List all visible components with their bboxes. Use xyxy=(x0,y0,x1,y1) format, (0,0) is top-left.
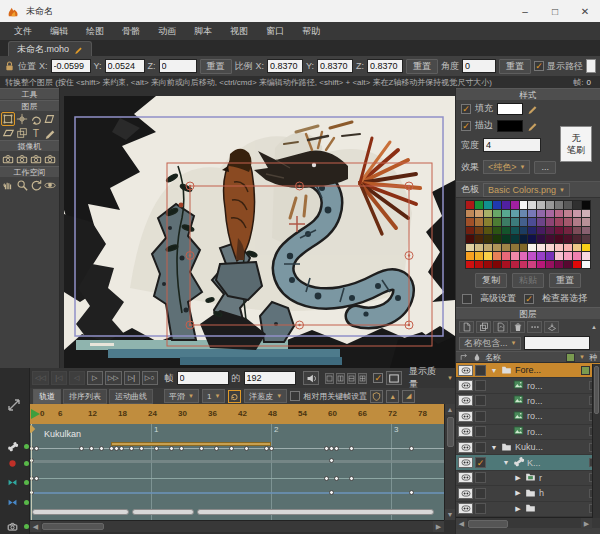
keyframe-dot[interactable] xyxy=(169,446,174,451)
layer-select-checkbox[interactable] xyxy=(475,442,486,453)
minimize-button[interactable]: – xyxy=(510,0,540,22)
layer-visibility-eye-icon[interactable] xyxy=(458,472,473,483)
palette-swatch-r8c2[interactable] xyxy=(475,261,483,269)
keyframe-dot[interactable] xyxy=(34,446,39,451)
rotate-layer-tool[interactable] xyxy=(29,112,43,126)
layer-expand-caret[interactable]: ▼ xyxy=(502,459,510,466)
layer-select-checkbox[interactable] xyxy=(475,395,486,406)
chevron-down-icon[interactable]: ▼ xyxy=(447,375,453,381)
playhead-triangle-icon[interactable] xyxy=(31,409,40,419)
playhead-diamond[interactable] xyxy=(30,425,35,433)
palette-swatch-r6c3[interactable] xyxy=(484,244,492,252)
relative-keyframes-checkbox[interactable] xyxy=(290,391,300,401)
duplicate-layer-tool[interactable] xyxy=(15,126,29,140)
keyframe-dot[interactable] xyxy=(229,446,234,451)
clipped-timeline-button[interactable]: ◢ xyxy=(402,390,415,403)
menu-item-8[interactable]: 窗口 xyxy=(258,23,292,40)
menu-item-7[interactable]: 视图 xyxy=(222,23,256,40)
palette-swatch-r5c2[interactable] xyxy=(475,235,483,243)
layer-row-8[interactable]: ▶r xyxy=(456,471,600,486)
layers-v-scrollbar[interactable] xyxy=(592,364,600,518)
palette-swatch-r7c12[interactable] xyxy=(564,252,572,260)
duplicate-layer-button[interactable] xyxy=(476,321,491,333)
palette-swatch-r4c1[interactable] xyxy=(466,227,474,235)
palette-swatch-r4c6[interactable] xyxy=(511,227,519,235)
sort-arrow-icon[interactable] xyxy=(459,352,469,362)
palette-swatch-r7c10[interactable] xyxy=(546,252,554,260)
menu-item-5[interactable]: 动画 xyxy=(150,23,184,40)
rotate-workspace-tool[interactable] xyxy=(29,178,43,192)
palette-swatch-r1c5[interactable] xyxy=(502,201,510,209)
keyframe-dot[interactable] xyxy=(264,446,269,451)
pan-workspace-tool[interactable] xyxy=(1,178,15,192)
layers-h-scrollbar[interactable]: ◀ ▶ xyxy=(456,517,600,528)
palette-swatch-r2c14[interactable] xyxy=(582,210,590,218)
palette-swatch-r3c4[interactable] xyxy=(493,218,501,226)
palette-swatch-r4c2[interactable] xyxy=(475,227,483,235)
palette-swatch-r1c2[interactable] xyxy=(475,201,483,209)
palette-swatch-r5c12[interactable] xyxy=(564,235,572,243)
palette-swatch-r2c2[interactable] xyxy=(475,210,483,218)
palette-swatch-r1c10[interactable] xyxy=(546,201,554,209)
palette-swatch-r8c14[interactable] xyxy=(582,261,590,269)
jump-to-start-button[interactable]: ◁◁ xyxy=(32,371,49,385)
view-two-horizontal-button[interactable] xyxy=(347,373,356,384)
palette-swatch-r8c3[interactable] xyxy=(484,261,492,269)
palette-swatch-r4c5[interactable] xyxy=(502,227,510,235)
menu-item-6[interactable]: 脚本 xyxy=(186,23,220,40)
layer-visibility-eye-icon[interactable] xyxy=(458,457,473,468)
reset-angle-button[interactable]: 重置 xyxy=(499,59,531,74)
reset-position-button[interactable]: 重置 xyxy=(200,59,232,74)
canvas-viewport[interactable] xyxy=(60,88,455,368)
palette-swatch-r5c10[interactable] xyxy=(546,235,554,243)
track-channel-red-dot[interactable] xyxy=(2,457,29,470)
mountain-scale-button[interactable]: ▲ xyxy=(386,390,399,403)
keyframe-dot[interactable] xyxy=(349,446,354,451)
end-frame-input[interactable] xyxy=(244,371,296,385)
palette-swatch-r5c11[interactable] xyxy=(555,235,563,243)
position-y-input[interactable] xyxy=(105,59,145,73)
palette-swatch-r5c1[interactable] xyxy=(466,235,474,243)
layer-visibility-eye-icon[interactable] xyxy=(458,426,473,437)
protect-keys-button[interactable] xyxy=(370,390,383,403)
palette-swatch-r3c11[interactable] xyxy=(555,218,563,226)
keyframe-dot[interactable] xyxy=(324,446,329,451)
keyframe-dot[interactable] xyxy=(244,446,249,451)
effect-dropdown[interactable]: <纯色>▼ xyxy=(483,160,530,174)
palette-swatch-r1c3[interactable] xyxy=(484,201,492,209)
palette-swatch-r1c12[interactable] xyxy=(564,201,572,209)
palette-swatch-r7c4[interactable] xyxy=(493,252,501,260)
transform-layer-tool[interactable] xyxy=(1,112,15,126)
palette-swatch-r8c13[interactable] xyxy=(573,261,581,269)
stroke-edit-pencil-icon[interactable] xyxy=(527,120,538,131)
flatten-layer-button[interactable] xyxy=(544,321,559,333)
onion-skin-dropdown[interactable]: 洋葱皮▼ xyxy=(244,389,287,403)
palette-swatch-r2c13[interactable] xyxy=(573,210,581,218)
palette-swatch-r5c4[interactable] xyxy=(493,235,501,243)
effect-more-button[interactable]: ... xyxy=(534,161,556,174)
timeline-h-scrollbar[interactable]: ◀ ▶ xyxy=(30,520,444,532)
fill-checkbox[interactable]: ✓ xyxy=(461,104,471,114)
audio-mute-button[interactable] xyxy=(303,371,320,385)
clipped-toolbar-button[interactable] xyxy=(586,59,596,73)
timeline-ruler[interactable]: 06121824303642485460667278 xyxy=(30,404,444,424)
keyframe-dot[interactable] xyxy=(119,446,124,451)
keyframe-dot[interactable] xyxy=(334,446,339,451)
view-single-button[interactable] xyxy=(325,373,334,384)
collapse-panel-button[interactable]: ▲ xyxy=(591,324,597,330)
palette-swatch-r3c5[interactable] xyxy=(502,218,510,226)
palette-swatch-r2c8[interactable] xyxy=(528,210,536,218)
keyframe-dot[interactable] xyxy=(129,446,134,451)
interpolation-dropdown[interactable]: 平滑▼ xyxy=(164,389,199,403)
palette-swatch-r4c7[interactable] xyxy=(520,227,528,235)
keyframe-dot[interactable] xyxy=(409,446,414,451)
keyframe-dot[interactable] xyxy=(79,446,84,451)
palette-swatch-r7c2[interactable] xyxy=(475,252,483,260)
scale-x-input[interactable] xyxy=(267,59,303,73)
menu-item-1[interactable]: 文件 xyxy=(6,23,40,40)
draw-tool[interactable] xyxy=(43,126,57,140)
fill-color-swatch[interactable] xyxy=(497,103,523,115)
layer-row-3[interactable]: ro... xyxy=(456,394,600,409)
keyframe-dot[interactable] xyxy=(179,446,184,451)
palette-swatch-r4c8[interactable] xyxy=(528,227,536,235)
